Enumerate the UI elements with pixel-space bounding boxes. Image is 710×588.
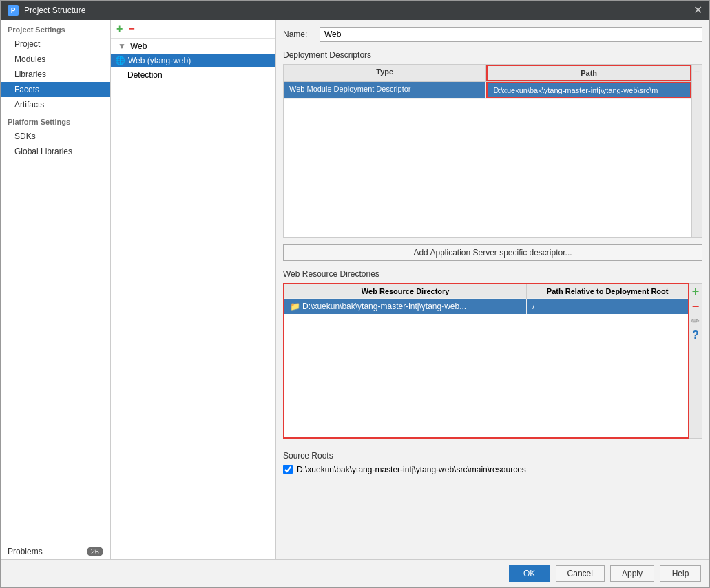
source-roots-checkbox-row: D:\xuekun\bak\ytang-master-intj\ytang-we…	[283, 465, 702, 474]
deployment-row-0[interactable]: Web Module Deployment Descriptor D:\xuek…	[284, 82, 691, 99]
web-resource-container: Web Resource Directory Path Relative to …	[283, 283, 702, 439]
sidebar-item-global-libraries[interactable]: Global Libraries	[1, 144, 110, 159]
wr-folder-icon: 📁	[290, 302, 300, 311]
wr-cell-directory-0: 📁 D:\xuekun\bak\ytang-master-intj\ytang-…	[284, 299, 527, 315]
tree-node-web-ytang[interactable]: 🌐 Web (ytang-web)	[111, 54, 275, 67]
tree-child-label: Web (ytang-web)	[128, 56, 191, 65]
tree-node-detection[interactable]: Detection	[111, 67, 275, 83]
deployment-table-empty	[284, 99, 691, 237]
wr-table-header: Web Resource Directory Path Relative to …	[284, 284, 689, 299]
problems-row[interactable]: Problems 26	[1, 544, 110, 559]
tree-node-web-root[interactable]: ▼ Web	[111, 39, 275, 54]
dialog-title: Project Structure	[24, 6, 85, 15]
source-roots-title: Source Roots	[283, 451, 702, 461]
sidebar-item-artifacts[interactable]: Artifacts	[1, 97, 110, 112]
deployment-section-title: Deployment Descriptors	[283, 50, 702, 60]
web-resource-section-title: Web Resource Directories	[283, 269, 702, 279]
add-descriptor-button[interactable]: Add Application Server specific descript…	[283, 244, 702, 261]
tree-root-label: Web	[130, 41, 147, 51]
problems-badge: 26	[87, 547, 103, 556]
wr-row-0[interactable]: 📁 D:\xuekun\bak\ytang-master-intj\ytang-…	[284, 299, 689, 315]
deployment-cell-type-0: Web Module Deployment Descriptor	[284, 82, 486, 98]
source-roots-checkbox[interactable]	[283, 465, 293, 474]
wr-col-directory: Web Resource Directory	[284, 284, 527, 299]
platform-settings-heading: Platform Settings	[1, 112, 110, 129]
project-structure-dialog: P Project Structure ✕ Project Settings P…	[0, 0, 710, 588]
wr-edit-button[interactable]: ✏	[691, 315, 700, 326]
tree-toolbar: + −	[111, 20, 275, 39]
name-label: Name:	[283, 30, 314, 39]
deployment-side-actions: −	[692, 64, 702, 238]
ok-button[interactable]: OK	[509, 565, 550, 582]
deployment-table: Type Path Web Module Deployment Descript…	[283, 64, 692, 238]
deployment-table-container: Type Path Web Module Deployment Descript…	[283, 64, 702, 238]
wr-remove-button[interactable]: −	[692, 300, 700, 313]
sidebar-item-sdks[interactable]: SDKs	[1, 129, 110, 144]
close-button[interactable]: ✕	[693, 5, 702, 16]
help-button[interactable]: Help	[660, 565, 701, 582]
main-panel: Name: Deployment Descriptors Type Path W…	[276, 20, 709, 559]
sidebar-item-libraries[interactable]: Libraries	[1, 67, 110, 82]
title-bar-left: P Project Structure	[8, 5, 85, 16]
title-bar: P Project Structure ✕	[1, 1, 709, 20]
name-row: Name:	[283, 27, 702, 42]
web-resource-table: Web Resource Directory Path Relative to …	[283, 283, 689, 439]
tree-panel: + − ▼ Web 🌐 Web (ytang-web) Detection	[111, 20, 276, 559]
remove-facet-button[interactable]: −	[127, 23, 136, 35]
wr-side-actions: + − ✏ ?	[689, 283, 702, 439]
apply-button[interactable]: Apply	[610, 565, 654, 582]
col-path-header: Path	[486, 65, 691, 81]
web-node-icon: 🌐	[115, 56, 125, 65]
deployment-action-minus[interactable]: −	[694, 66, 700, 77]
sidebar: Project Settings Project Modules Librari…	[1, 20, 111, 559]
wr-col-path-relative: Path Relative to Deployment Root	[527, 284, 689, 299]
name-input[interactable]	[320, 27, 702, 42]
deployment-table-header: Type Path	[284, 65, 691, 82]
detection-label: Detection	[127, 70, 163, 80]
wr-cell-path-relative-0: /	[527, 299, 689, 315]
expand-icon: ▼	[118, 41, 126, 51]
sidebar-item-modules[interactable]: Modules	[1, 52, 110, 67]
dialog-body: Project Settings Project Modules Librari…	[1, 20, 709, 559]
project-settings-heading: Project Settings	[1, 20, 110, 36]
source-roots-section: Source Roots D:\xuekun\bak\ytang-master-…	[283, 451, 702, 474]
wr-add-button[interactable]: +	[692, 285, 700, 297]
deployment-cell-path-0: D:\xuekun\bak\ytang-master-intj\ytang-we…	[486, 82, 691, 98]
sidebar-item-facets[interactable]: Facets	[1, 82, 110, 97]
source-roots-path: D:\xuekun\bak\ytang-master-intj\ytang-we…	[297, 465, 526, 474]
problems-label: Problems	[8, 547, 43, 556]
dialog-footer: OK Cancel Apply Help	[1, 559, 709, 587]
wr-help-button[interactable]: ?	[692, 329, 699, 342]
cancel-button[interactable]: Cancel	[556, 565, 605, 582]
dialog-icon: P	[8, 5, 19, 16]
add-facet-button[interactable]: +	[115, 23, 124, 35]
sidebar-item-project[interactable]: Project	[1, 36, 110, 52]
web-resource-table-outer: Web Resource Directory Path Relative to …	[283, 283, 689, 439]
col-type-header: Type	[284, 65, 486, 81]
